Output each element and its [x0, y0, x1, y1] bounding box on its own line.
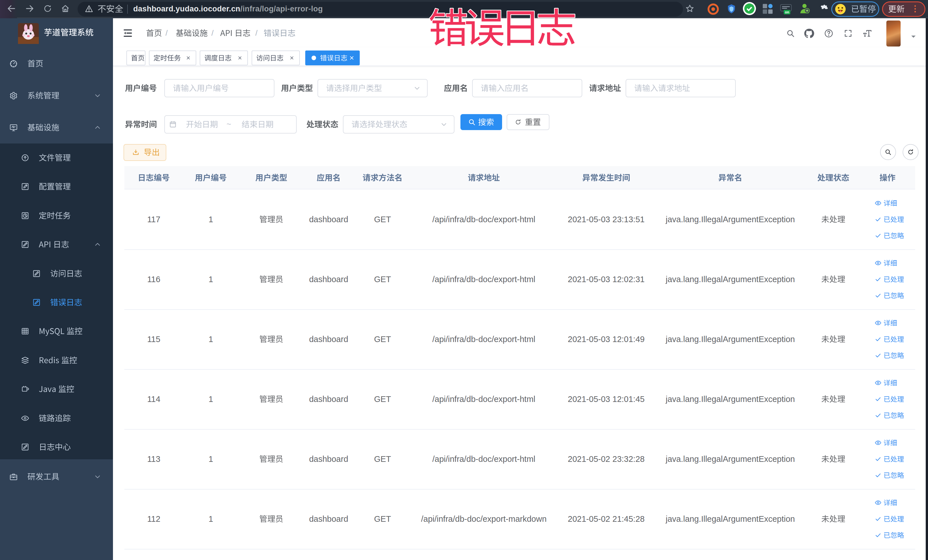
- svg-text:on: on: [785, 10, 789, 14]
